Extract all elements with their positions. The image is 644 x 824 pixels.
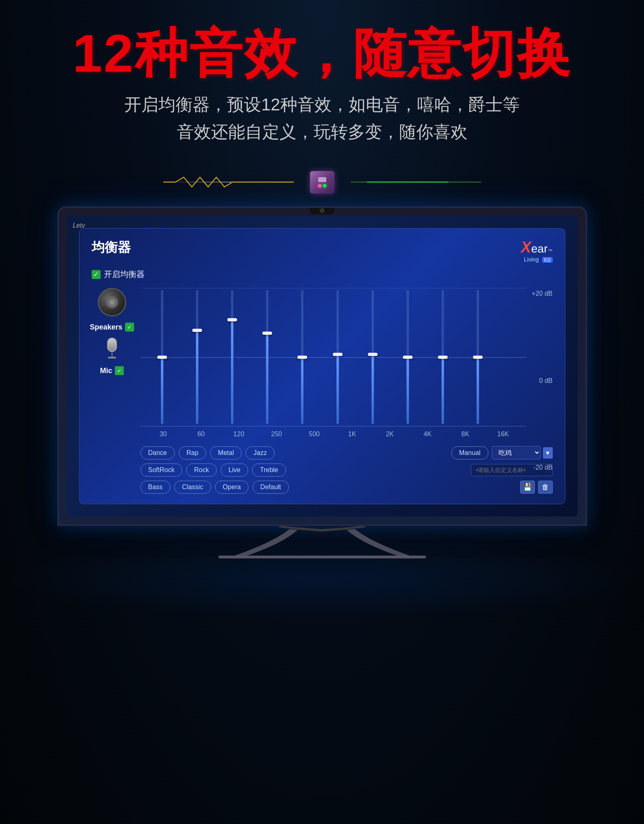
xear-x: X bbox=[521, 239, 531, 256]
eq-enable-checkbox[interactable]: ✓ bbox=[92, 270, 101, 279]
usb-device bbox=[306, 168, 338, 196]
save-delete-row: 💾 🗑 bbox=[520, 481, 553, 494]
mic-icon-wrapper bbox=[105, 338, 119, 360]
usb-dots bbox=[318, 184, 326, 187]
preset-jazz[interactable]: Jazz bbox=[246, 446, 275, 459]
grid-line-bottom bbox=[141, 426, 526, 426]
db-label-top: +20 dB bbox=[528, 290, 553, 297]
eq-presets: Dance Rap Metal Jazz Manual bbox=[141, 446, 553, 494]
delete-button[interactable]: 🗑 bbox=[538, 481, 553, 494]
mic-icon bbox=[105, 338, 119, 360]
mic-label-row: Mic ✓ bbox=[100, 366, 123, 375]
freq-30: 30 bbox=[155, 431, 171, 438]
mic-check-icon: ✓ bbox=[115, 366, 124, 375]
freq-8k: 8K bbox=[457, 431, 473, 438]
freq-16k: 16K bbox=[495, 431, 511, 438]
wave-svg-left bbox=[163, 174, 294, 190]
eq-band-250[interactable] bbox=[266, 290, 268, 424]
speaker-label-row: Speakers ✓ bbox=[90, 323, 134, 332]
preset-softrock[interactable]: SoftRock bbox=[141, 464, 182, 477]
usb-connector bbox=[318, 177, 326, 182]
usb-body bbox=[310, 171, 334, 193]
eq-window-title: 均衡器 bbox=[92, 239, 131, 257]
preset-rap[interactable]: Rap bbox=[179, 446, 206, 459]
eq-enable-label: 开启均衡器 bbox=[104, 269, 145, 280]
eq-band-120[interactable] bbox=[231, 290, 233, 424]
preset-row-1: Dance Rap Metal Jazz Manual bbox=[141, 446, 553, 459]
preset-metal[interactable]: Metal bbox=[210, 446, 242, 459]
eq-header: 均衡器 X ear ™ Living EQ bbox=[92, 239, 553, 263]
save-button[interactable]: 💾 bbox=[520, 481, 535, 494]
header-section: 12种音效，随意切换 开启均衡器，预设12种音效，如电音，嘻哈，爵士等 音效还能… bbox=[0, 0, 644, 158]
camera-lens bbox=[320, 208, 325, 213]
freq-120: 120 bbox=[231, 431, 247, 438]
tv-camera bbox=[310, 207, 334, 214]
eq-band-1k[interactable] bbox=[336, 290, 339, 424]
wave-svg-right bbox=[351, 174, 481, 190]
tv-container: Letv 均衡器 X ear ™ Living bbox=[0, 198, 644, 558]
preset-dance[interactable]: Dance bbox=[141, 446, 175, 459]
mic-label: Mic bbox=[100, 367, 112, 375]
preset-row-2: SoftRock Rock Live Treble bbox=[141, 464, 553, 477]
freq-1k: 1K bbox=[344, 431, 360, 438]
usb-dot-pink bbox=[318, 184, 321, 187]
preset-row-3: Bass Classic Opera Default 💾 bbox=[141, 481, 553, 494]
wave-section bbox=[0, 158, 644, 198]
preset-live[interactable]: Live bbox=[221, 464, 248, 477]
usb-dot-green bbox=[323, 184, 326, 187]
eq-main: Speakers ✓ bbox=[92, 288, 553, 494]
freq-500: 500 bbox=[306, 431, 323, 438]
save-icon: 💾 bbox=[523, 483, 532, 492]
main-title: 12种音效，随意切换 bbox=[33, 24, 611, 83]
db-label-mid: 0 dB bbox=[528, 377, 553, 385]
freq-4k: 4K bbox=[420, 431, 436, 438]
eq-band-8k[interactable] bbox=[442, 290, 444, 424]
preset-manual[interactable]: Manual bbox=[451, 446, 488, 459]
eq-band-30[interactable] bbox=[161, 290, 163, 424]
preset-rock[interactable]: Rock bbox=[186, 464, 216, 477]
tv-stand-svg bbox=[200, 526, 444, 558]
eq-grid bbox=[141, 288, 526, 426]
eq-enable-row[interactable]: ✓ 开启均衡器 bbox=[92, 269, 553, 280]
eq-sidebar: Speakers ✓ bbox=[92, 288, 132, 494]
preset-treble[interactable]: Treble bbox=[252, 464, 286, 477]
trash-icon: 🗑 bbox=[542, 483, 549, 492]
subtitle-line2: 音效还能自定义，玩转多变，随你喜欢 bbox=[33, 118, 611, 145]
preset-default[interactable]: Default bbox=[253, 481, 289, 494]
preset-classic[interactable]: Classic bbox=[174, 481, 211, 494]
eq-band-4k[interactable] bbox=[407, 290, 409, 424]
xear-ear: ear bbox=[531, 242, 547, 255]
speakers-label: Speakers bbox=[90, 323, 122, 332]
eq-sliders bbox=[141, 288, 500, 426]
tv-screen: Letv 均衡器 X ear ™ Living bbox=[67, 216, 578, 516]
tv-wrapper: Letv 均衡器 X ear ™ Living bbox=[57, 207, 587, 558]
subtitle-line1: 开启均衡器，预设12种音效，如电音，嘻哈，爵士等 bbox=[33, 91, 611, 118]
freq-250: 250 bbox=[268, 431, 285, 438]
xear-logo: X ear ™ bbox=[521, 239, 553, 256]
freq-60: 60 bbox=[193, 431, 209, 438]
freq-labels: 30 60 120 250 500 1K 2K 4K 8K 16K bbox=[141, 431, 526, 438]
tv-body: Letv 均衡器 X ear ™ Living bbox=[57, 207, 587, 526]
eq-band-500[interactable] bbox=[301, 290, 303, 424]
speaker-icon bbox=[98, 288, 126, 316]
wave-bar-right bbox=[351, 174, 481, 190]
xear-brand: X ear ™ Living EQ bbox=[521, 239, 553, 263]
eq-band-16k[interactable] bbox=[477, 290, 479, 424]
eq-band-2k[interactable] bbox=[371, 290, 374, 424]
eq-band-60[interactable] bbox=[196, 290, 198, 424]
speakers-check-icon: ✓ bbox=[125, 323, 134, 332]
preset-bass[interactable]: Bass bbox=[141, 481, 171, 494]
eq-window: 均衡器 X ear ™ Living EQ bbox=[79, 228, 565, 504]
preset-opera[interactable]: Opera bbox=[215, 481, 248, 494]
xear-subtitle: Living EQ bbox=[524, 256, 552, 263]
subtitle: 开启均衡器，预设12种音效，如电音，嘻哈，爵士等 音效还能自定义，玩转多变，随你… bbox=[33, 91, 611, 145]
tv-stand bbox=[57, 526, 587, 558]
db-label-bot: -20 dB bbox=[528, 464, 553, 471]
eq-chart-area: +20 dB 0 dB -20 dB bbox=[141, 288, 553, 494]
db-labels: +20 dB 0 dB -20 dB bbox=[528, 288, 553, 473]
wave-bar-left bbox=[163, 174, 294, 190]
xear-tm: ™ bbox=[548, 248, 553, 254]
freq-2k: 2K bbox=[382, 431, 398, 438]
xear-eq-badge: EQ bbox=[542, 257, 553, 263]
